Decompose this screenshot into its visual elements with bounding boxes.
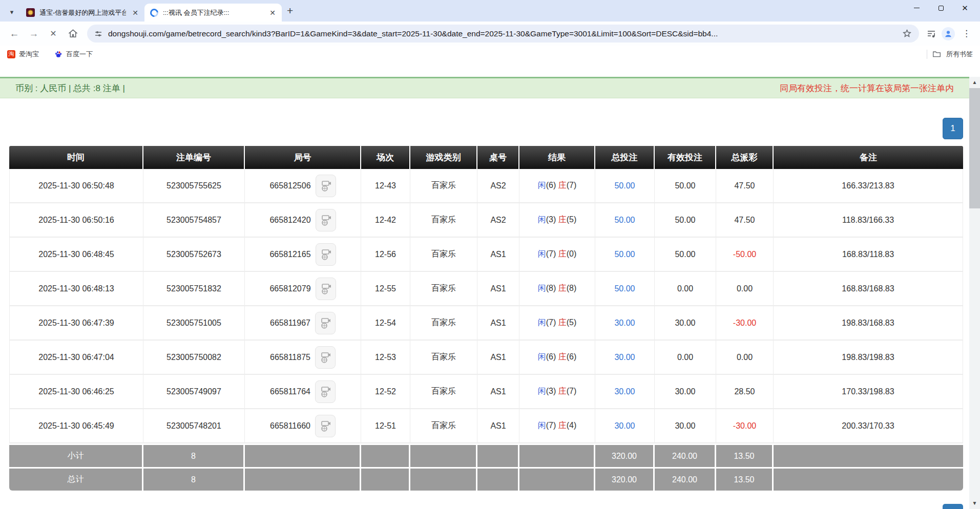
bet-id-cell: 523005752673 — [143, 238, 245, 272]
time-cell: 2025-11-30 06:45:49 — [9, 409, 143, 443]
scroll-up-icon[interactable]: ▲ — [972, 77, 977, 88]
round-id: 665811764 — [270, 387, 310, 396]
tab-title: :::视讯 会员下注纪录::: — [163, 8, 263, 17]
toolbar-right-icons: ⋮ — [924, 27, 975, 40]
session-cell: 12-52 — [361, 375, 410, 409]
banker-score: (0) — [567, 249, 577, 258]
watch-video-button[interactable] — [316, 209, 336, 231]
valid-bet-cell: 0.00 — [655, 341, 716, 375]
banker-score: (5) — [567, 215, 577, 224]
game-type-cell: 百家乐 — [410, 238, 477, 272]
bet-id-cell: 523005749097 — [143, 375, 245, 409]
empty-cell — [245, 443, 361, 467]
empty-cell — [361, 467, 410, 491]
round-cell: 665811764 — [245, 375, 361, 409]
tab-search-button[interactable]: ▾ — [3, 3, 20, 20]
media-controls-icon[interactable] — [926, 29, 936, 39]
empty-cell — [410, 467, 477, 491]
video-icon — [320, 283, 331, 295]
bet-id-cell: 523005751005 — [143, 306, 245, 341]
banker-score: (4) — [567, 421, 577, 430]
column-header: 总派彩 — [716, 146, 774, 169]
maximize-button[interactable] — [929, 0, 953, 16]
round-cell: 665811967 — [245, 306, 361, 341]
watch-video-button[interactable] — [315, 312, 336, 334]
url-text[interactable]: dongshouji.com/game/betrecord_search/kin… — [108, 29, 896, 38]
chevron-down-icon: ▾ — [10, 8, 14, 16]
new-tab-button[interactable]: + — [287, 5, 293, 17]
column-header: 备注 — [774, 146, 963, 169]
page-1-button[interactable]: 1 — [943, 118, 963, 139]
table-number-cell: AS2 — [477, 203, 519, 238]
pagination-bottom-partial[interactable] — [943, 504, 963, 509]
column-header: 游戏类别 — [410, 146, 477, 169]
remark-cell: 170.33/198.83 — [774, 375, 963, 409]
minimize-button[interactable] — [905, 0, 929, 16]
total-bet-cell[interactable]: 50.00 — [595, 238, 655, 272]
scrollbar-thumb[interactable] — [969, 88, 980, 208]
home-button[interactable] — [64, 25, 82, 43]
player-score: (7) — [546, 249, 558, 258]
close-icon[interactable]: ✕ — [268, 9, 277, 17]
banker-score: (8) — [567, 284, 577, 292]
game-type-cell: 百家乐 — [410, 306, 477, 341]
total-bet-cell[interactable]: 30.00 — [595, 409, 655, 443]
total-bet-cell[interactable]: 50.00 — [595, 272, 655, 306]
watch-video-button[interactable] — [316, 243, 336, 266]
bookmark-taobao[interactable]: 淘 爱淘宝 — [7, 50, 39, 59]
session-cell: 12-53 — [361, 341, 410, 375]
banker-label: 庄 — [558, 249, 567, 258]
watch-video-button[interactable] — [316, 278, 336, 300]
tab-strip: ▾ 通宝-信誉最好的网上游戏平台 ✕ :::视讯 会员下注纪录::: ✕ + ✕ — [0, 0, 980, 22]
watch-video-button[interactable] — [315, 415, 336, 437]
banker-label: 庄 — [558, 318, 567, 327]
all-bookmarks[interactable]: 所有书签 — [927, 50, 973, 59]
forward-button[interactable]: → — [25, 25, 43, 43]
remark-cell: 118.83/166.33 — [774, 203, 963, 238]
table-row: 2025-11-30 06:48:45 523005752673 6658121… — [9, 238, 963, 272]
game-type-cell: 百家乐 — [410, 341, 477, 375]
bookmark-label: 百度一下 — [66, 50, 93, 59]
column-header: 时间 — [9, 146, 143, 169]
scroll-down-icon[interactable]: ▼ — [972, 498, 977, 509]
payout-cell: 0.00 — [716, 341, 774, 375]
column-header: 桌号 — [477, 146, 519, 169]
empty-cell — [477, 467, 519, 491]
total-bet-cell[interactable]: 30.00 — [595, 341, 655, 375]
menu-dots-icon[interactable]: ⋮ — [960, 28, 973, 39]
game-type-cell: 百家乐 — [410, 375, 477, 409]
total-bet-cell[interactable]: 30.00 — [595, 306, 655, 341]
profile-avatar[interactable] — [942, 27, 955, 40]
total-bet-cell[interactable]: 50.00 — [595, 203, 655, 238]
round-cell: 665811660 — [245, 409, 361, 443]
total-bet-cell[interactable]: 50.00 — [595, 169, 655, 203]
summary-row: 总计8320.00240.0013.50 — [9, 467, 963, 491]
banker-label: 庄 — [558, 421, 567, 430]
page-scrollbar[interactable]: ▲ ▼ — [969, 77, 980, 509]
banker-score: (7) — [567, 181, 577, 189]
close-icon[interactable]: ✕ — [131, 9, 140, 17]
back-button[interactable]: ← — [5, 25, 24, 43]
watch-video-button[interactable] — [315, 380, 336, 403]
payout-cell: -50.00 — [716, 238, 774, 272]
empty-cell — [410, 443, 477, 467]
remark-cell: 168.83/168.83 — [774, 272, 963, 306]
total-bet-cell[interactable]: 30.00 — [595, 375, 655, 409]
watch-video-button[interactable] — [316, 175, 336, 197]
bookmark-baidu[interactable]: 百度一下 — [54, 50, 93, 59]
all-bookmarks-label: 所有书签 — [946, 50, 973, 59]
watch-video-button[interactable] — [315, 346, 336, 369]
close-window-button[interactable]: ✕ — [953, 0, 977, 16]
video-icon — [320, 420, 331, 432]
bookmark-star-icon[interactable] — [902, 29, 912, 38]
address-bar[interactable]: dongshouji.com/game/betrecord_search/kin… — [87, 25, 919, 43]
table-body: 2025-11-30 06:50:48 523005755625 6658125… — [9, 169, 963, 443]
payout-cell: -30.00 — [716, 306, 774, 341]
table-number-cell: AS1 — [477, 341, 519, 375]
table-number-cell: AS1 — [477, 409, 519, 443]
video-site-favicon-icon — [149, 7, 160, 18]
tab-tongbao[interactable]: 通宝-信誉最好的网上游戏平台 ✕ — [20, 4, 144, 22]
stop-button[interactable]: ✕ — [44, 25, 62, 43]
tab-bet-records[interactable]: :::视讯 会员下注纪录::: ✕ — [144, 4, 282, 22]
session-cell: 12-55 — [361, 272, 410, 306]
